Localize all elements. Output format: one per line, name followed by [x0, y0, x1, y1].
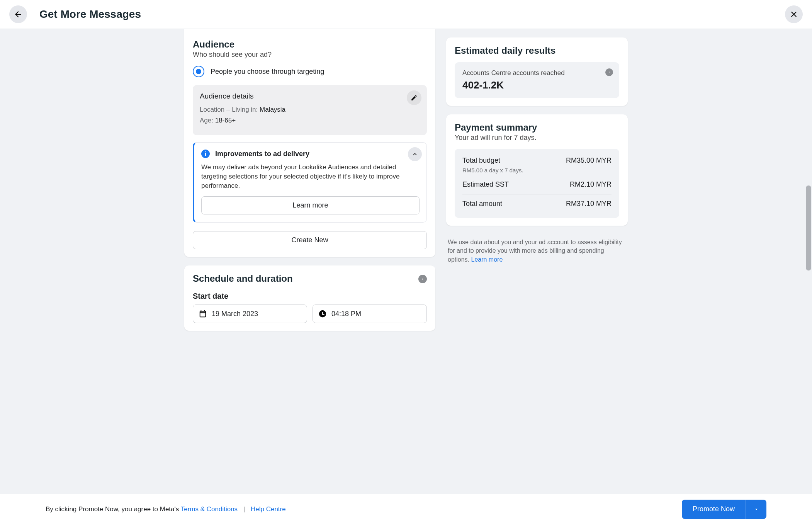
- audience-age: Age: 18-65+: [200, 117, 420, 124]
- start-date-value: 19 March 2023: [212, 310, 258, 318]
- back-button[interactable]: [9, 5, 27, 23]
- promote-button-group: Promote Now: [682, 500, 766, 519]
- chevron-up-icon: [411, 151, 418, 158]
- radio-selected-icon: [193, 66, 204, 77]
- divider: [462, 194, 612, 194]
- terms-link[interactable]: Terms & Conditions: [181, 505, 238, 513]
- schedule-title: Schedule and duration: [193, 273, 293, 284]
- audience-details-title: Audience details: [200, 92, 420, 100]
- payment-title: Payment summary: [455, 122, 619, 133]
- estimated-metric-value: 402-1.2K: [462, 79, 612, 91]
- budget-sub: RM5.00 a day x 7 days.: [462, 167, 612, 174]
- modal-header: Get More Messages: [0, 0, 812, 29]
- edit-audience-button[interactable]: [407, 90, 421, 105]
- learn-more-button[interactable]: Learn more: [201, 196, 420, 214]
- schedule-card: Schedule and duration Start date 19 Marc…: [184, 265, 435, 331]
- scrollbar-thumb[interactable]: [806, 185, 811, 271]
- total-value: RM37.10 MYR: [566, 200, 612, 208]
- separator: |: [243, 505, 245, 513]
- payment-breakdown: Total budget RM35.00 MYR RM5.00 a day x …: [455, 149, 619, 218]
- estimated-title: Estimated daily results: [455, 45, 619, 56]
- pencil-icon: [411, 94, 418, 101]
- audience-radio-option[interactable]: People you choose through targeting: [193, 66, 427, 77]
- audience-title: Audience: [193, 39, 427, 50]
- delivery-info-panel: i Improvements to ad delivery We may del…: [193, 142, 427, 223]
- payment-subtitle: Your ad will run for 7 days.: [455, 134, 619, 142]
- page-title: Get More Messages: [39, 8, 141, 20]
- estimated-info-button[interactable]: [605, 68, 613, 76]
- delivery-info-title: Improvements to ad delivery: [215, 150, 309, 158]
- estimated-results-card: Estimated daily results Accounts Centre …: [446, 37, 628, 106]
- schedule-info-button[interactable]: [418, 275, 427, 283]
- close-icon: [789, 10, 798, 19]
- payment-summary-card: Payment summary Your ad will run for 7 d…: [446, 114, 628, 226]
- caret-down-icon: [754, 507, 759, 512]
- total-label: Total amount: [462, 200, 502, 208]
- start-date-label: Start date: [193, 292, 427, 301]
- estimated-metric-label: Accounts Centre accounts reached: [462, 69, 612, 77]
- audience-details-box: Audience details Location – Living in: M…: [193, 85, 427, 135]
- audience-location: Location – Living in: Malaysia: [200, 106, 420, 114]
- estimated-metric-box: Accounts Centre accounts reached 402-1.2…: [455, 62, 619, 98]
- start-time-value: 04:18 PM: [331, 310, 361, 318]
- content-area: Audience Who should see your ad? People …: [0, 29, 812, 494]
- audience-subtitle: Who should see your ad?: [193, 51, 427, 59]
- calendar-icon: [199, 310, 207, 318]
- info-icon: i: [201, 150, 210, 158]
- start-time-input[interactable]: 04:18 PM: [313, 305, 427, 323]
- sst-label: Estimated SST: [462, 180, 509, 189]
- start-date-input[interactable]: 19 March 2023: [193, 305, 307, 323]
- create-new-button[interactable]: Create New: [193, 231, 427, 249]
- promote-now-button[interactable]: Promote Now: [682, 500, 746, 519]
- radio-label: People you choose through targeting: [211, 68, 324, 76]
- delivery-info-body: We may deliver ads beyond your Lookalike…: [201, 163, 420, 190]
- budget-value: RM35.00 MYR: [566, 157, 612, 165]
- footer-agreement-text: By clicking Promote Now, you agree to Me…: [46, 505, 286, 513]
- modal-footer: By clicking Promote Now, you agree to Me…: [0, 494, 812, 524]
- arrow-left-icon: [14, 10, 23, 19]
- close-button[interactable]: [785, 5, 803, 23]
- sst-value: RM2.10 MYR: [570, 180, 612, 189]
- collapse-button[interactable]: [408, 147, 422, 161]
- budget-label: Total budget: [462, 157, 500, 165]
- promote-dropdown-button[interactable]: [746, 500, 766, 519]
- clock-icon: [318, 310, 327, 318]
- info-icon: [607, 70, 611, 74]
- disclaimer-learn-more-link[interactable]: Learn more: [471, 256, 503, 263]
- info-icon: [420, 277, 425, 281]
- audience-card: Audience Who should see your ad? People …: [184, 29, 435, 257]
- help-centre-link[interactable]: Help Centre: [251, 505, 286, 513]
- billing-disclaimer: We use data about you and your ad accoun…: [446, 234, 628, 268]
